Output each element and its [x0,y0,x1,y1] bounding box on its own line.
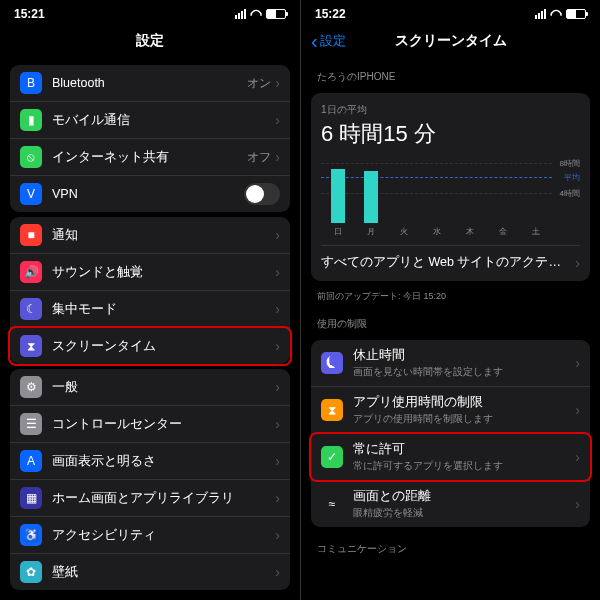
battery-icon [566,9,586,19]
chevron-right-icon: › [275,416,280,432]
settings-row-vpn[interactable]: VVPN [10,176,290,212]
home-icon: ▦ [20,487,42,509]
row-label: コントロールセンター [52,416,275,433]
chevron-right-icon: › [275,227,280,243]
row-label: 一般 [52,379,275,396]
settings-row-focus[interactable]: ☾集中モード› [10,291,290,328]
chevron-right-icon: › [275,527,280,543]
vpn-icon: V [20,183,42,205]
average-label: 1日の平均 [321,103,580,117]
status-time: 15:22 [315,7,346,21]
x-tick: 火 [387,226,420,237]
toggle-switch[interactable] [244,183,280,205]
chevron-right-icon: › [575,449,580,465]
settings-screen: 15:21 設定 BBluetoothオン›▮モバイル通信›⦸インターネット共有… [0,0,300,600]
settings-row-wallpaper[interactable]: ✿壁紙› [10,554,290,590]
settings-row-sound[interactable]: 🔊サウンドと触覚› [10,254,290,291]
chevron-right-icon: › [575,402,580,418]
chevron-right-icon: › [575,496,580,512]
chevron-right-icon: › [275,112,280,128]
row-label: 画面表示と明るさ [52,453,275,470]
usage-card[interactable]: 1日の平均 6 時間15 分 8時間 平均 4時間 日月火水木金土 すべてのアプ… [311,93,590,281]
status-bar: 15:22 [301,0,600,24]
chevron-right-icon: › [275,564,280,580]
status-time: 15:21 [14,7,45,21]
settings-group-connectivity: BBluetoothオン›▮モバイル通信›⦸インターネット共有オフ›VVPN [10,65,290,212]
x-tick: 水 [420,226,453,237]
settings-row-bluetooth[interactable]: BBluetoothオン› [10,65,290,102]
settings-row-display[interactable]: A画面表示と明るさ› [10,443,290,480]
row-label: 画面との距離眼精疲労を軽減 [353,488,575,520]
back-button[interactable]: 設定 [311,32,346,50]
settings-row-home[interactable]: ▦ホーム画面とアプリライブラリ› [10,480,290,517]
battery-icon [266,9,286,19]
row-label: 通知 [52,227,275,244]
settings-row-cellular[interactable]: ▮モバイル通信› [10,102,290,139]
settings-row-access[interactable]: ♿アクセシビリティ› [10,517,290,554]
row-label: アプリ使用時間の制限アプリの使用時間を制限します [353,394,575,426]
bluetooth-icon: B [20,72,42,94]
x-tick: 日 [321,226,354,237]
chevron-right-icon: › [275,379,280,395]
cellular-icon: ▮ [20,109,42,131]
device-label: たろうのIPHONE [301,60,600,88]
status-bar: 15:21 [0,0,300,24]
limits-group: ⏾休止時間画面を見ない時間帯を設定します›⧗アプリ使用時間の制限アプリの使用時間… [311,340,590,527]
usage-chart: 8時間 平均 4時間 日月火水木金土 [321,157,580,237]
chart-bar [331,169,345,223]
x-tick: 木 [453,226,486,237]
screentime-icon: ⧗ [20,335,42,357]
chevron-right-icon: › [275,301,280,317]
cellular-signal-icon [535,9,546,19]
last-update-label: 前回のアップデート: 今日 15:20 [301,286,600,307]
settings-row-general[interactable]: ⚙一般› [10,369,290,406]
chevron-right-icon: › [575,255,580,271]
chevron-right-icon: › [275,453,280,469]
y-label-8h: 8時間 [560,158,580,169]
y-label-avg: 平均 [564,172,580,183]
row-label: 常に許可常に許可するアプリを選択します [353,441,575,473]
status-icons [235,6,286,22]
y-label-4h: 4時間 [560,188,580,199]
screentime-screen: 15:22 設定 スクリーンタイム たろうのIPHONE 1日の平均 6 時間1… [300,0,600,600]
x-tick: 金 [486,226,519,237]
row-value: オン [247,75,271,92]
chevron-right-icon: › [275,490,280,506]
chevron-right-icon: › [575,355,580,371]
row-label: サウンドと触覚 [52,264,275,281]
row-label: Bluetooth [52,76,247,90]
general-icon: ⚙ [20,376,42,398]
settings-row-downtime[interactable]: ⏾休止時間画面を見ない時間帯を設定します› [311,340,590,387]
settings-row-control[interactable]: ☰コントロールセンター› [10,406,290,443]
settings-row-always[interactable]: ✓常に許可常に許可するアプリを選択します› [311,434,590,481]
page-title: 設定 [136,32,164,50]
communication-section-label: コミュニケーション [301,532,600,560]
x-tick: 月 [354,226,387,237]
sound-icon: 🔊 [20,261,42,283]
chevron-right-icon: › [275,264,280,280]
row-label: スクリーンタイム [52,338,275,355]
settings-row-notif[interactable]: ■通知› [10,217,290,254]
row-label: モバイル通信 [52,112,275,129]
downtime-icon: ⏾ [321,352,343,374]
settings-row-applimit[interactable]: ⧗アプリ使用時間の制限アプリの使用時間を制限します› [311,387,590,434]
wifi-icon [550,6,562,22]
settings-row-distance[interactable]: ≈画面との距離眼精疲労を軽減› [311,481,590,527]
all-apps-row[interactable]: すべてのアプリと Web サイトのアクテ… › [321,245,580,271]
hotspot-icon: ⦸ [20,146,42,168]
row-label: インターネット共有 [52,149,247,166]
wifi-icon [250,6,262,22]
chevron-right-icon: › [275,338,280,354]
row-label: ホーム画面とアプリライブラリ [52,490,275,507]
x-tick: 土 [519,226,552,237]
settings-row-screentime[interactable]: ⧗スクリーンタイム› [10,328,290,364]
row-label: 集中モード [52,301,275,318]
distance-icon: ≈ [321,493,343,515]
chevron-right-icon: › [275,149,280,165]
settings-row-hotspot[interactable]: ⦸インターネット共有オフ› [10,139,290,176]
settings-group-general: ⚙一般›☰コントロールセンター›A画面表示と明るさ›▦ホーム画面とアプリライブラ… [10,369,290,590]
header: 設定 スクリーンタイム [301,24,600,60]
display-icon: A [20,450,42,472]
wallpaper-icon: ✿ [20,561,42,583]
cellular-signal-icon [235,9,246,19]
